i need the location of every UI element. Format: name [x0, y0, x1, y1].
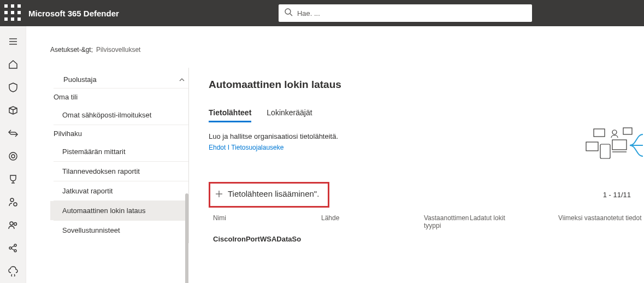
svg-rect-30	[586, 142, 598, 151]
tab-data-sources[interactable]: Tietolähteet	[209, 105, 251, 122]
add-data-source-button[interactable]: Tietolähteen lisääminen".	[209, 182, 329, 208]
cloud-sync-icon[interactable]	[2, 261, 24, 281]
scrollbar-thumb[interactable]	[185, 193, 188, 283]
trophy-icon[interactable]	[2, 169, 24, 189]
svg-point-35	[612, 130, 617, 134]
tab-log-collectors[interactable]: Lokinkerääjät	[267, 105, 312, 122]
nav-auto-log-upload[interactable]: Automaattinen lokin lataus	[50, 201, 188, 220]
svg-rect-0	[4, 4, 8, 8]
terms-link[interactable]: Ehdot	[209, 144, 226, 151]
svg-point-27	[14, 250, 16, 252]
svg-point-21	[10, 198, 14, 202]
description-text: Luo ja hallitse organisaatiosi tietoläht…	[209, 132, 644, 140]
nav-email-notifications[interactable]: Omat sähköposti-ilmoitukset	[50, 105, 188, 125]
svg-rect-36	[623, 128, 632, 134]
svg-line-10	[290, 14, 292, 16]
devices-illustration-icon	[584, 123, 644, 167]
svg-rect-8	[17, 17, 21, 21]
col-receiver-type[interactable]: Vastaanottimen tyyppi	[424, 214, 470, 229]
col-name[interactable]: Nimi	[213, 214, 321, 229]
link-sep: I	[226, 144, 231, 151]
add-data-source-label: Tietolähteen lisääminen".	[228, 189, 319, 198]
table-header: Nimi Lähde Vastaanottimen tyyppi Ladatut…	[209, 214, 644, 229]
nav-continuous-reports[interactable]: Jatkuvat raportit	[50, 181, 188, 201]
svg-line-15	[13, 108, 17, 110]
waffle-icon[interactable]	[4, 4, 22, 22]
svg-point-26	[14, 244, 16, 246]
shield-icon[interactable]	[2, 78, 24, 97]
search-icon	[284, 8, 293, 19]
svg-point-25	[9, 247, 11, 249]
legal-links: Ehdot I Tietosuojalauseke	[209, 144, 644, 151]
search-box[interactable]	[279, 4, 532, 22]
exchange-icon[interactable]	[2, 123, 24, 143]
nav-score-metrics[interactable]: Pistemäärän mittarit	[50, 142, 188, 161]
row-name: CiscoIronPortWSADataSo	[213, 235, 321, 243]
nav-group-cloud-discovery[interactable]: Pilvihaku	[50, 125, 188, 142]
person-gear-icon[interactable]	[2, 192, 24, 212]
breadcrumb-parent[interactable]: Asetukset-&gt;	[50, 46, 93, 54]
svg-point-22	[14, 203, 17, 206]
share-nodes-icon[interactable]	[2, 238, 24, 258]
svg-line-28	[11, 246, 14, 247]
col-source[interactable]: Lähde	[321, 214, 424, 229]
nav-snapshot-reports[interactable]: Tilannevedoksen raportit	[50, 162, 188, 181]
svg-rect-32	[612, 140, 627, 150]
svg-rect-34	[594, 129, 605, 137]
col-last-received[interactable]: Viimeksi vastaanotetut tiedot	[558, 214, 644, 229]
nav-defender[interactable]: Puolustaja	[50, 71, 188, 88]
col-uploaded-logs[interactable]: Ladatut lokit	[470, 214, 558, 229]
svg-point-17	[9, 152, 17, 160]
svg-rect-7	[11, 17, 14, 21]
nav-group-account[interactable]: Oma tili	[50, 89, 188, 105]
nav-app-tags[interactable]: Sovellustunnisteet	[50, 221, 188, 240]
settings-nav: Puolustaja Oma tili Omat sähköposti-ilmo…	[50, 68, 189, 243]
search-input[interactable]	[297, 9, 527, 17]
plus-icon	[215, 190, 223, 198]
svg-line-29	[11, 249, 14, 250]
breadcrumb-current: Pilvisovellukset	[96, 46, 140, 54]
package-icon[interactable]	[2, 101, 24, 120]
svg-rect-2	[17, 4, 21, 8]
home-icon[interactable]	[2, 55, 24, 74]
svg-line-14	[9, 108, 13, 110]
people-icon[interactable]	[2, 215, 24, 235]
chevron-up-icon	[179, 76, 185, 83]
nav-defender-label: Puolustaja	[63, 75, 97, 84]
svg-point-24	[14, 223, 16, 226]
nav-toggle-icon[interactable]	[2, 32, 24, 51]
table-row[interactable]: CiscoIronPortWSADataSo	[209, 235, 644, 243]
svg-point-9	[285, 9, 291, 14]
app-title: Microsoft 365 Defender	[28, 9, 119, 18]
svg-rect-5	[17, 11, 21, 14]
svg-rect-6	[4, 17, 8, 21]
svg-rect-31	[600, 144, 610, 158]
svg-rect-4	[11, 11, 14, 14]
svg-point-23	[10, 222, 13, 225]
svg-point-18	[11, 155, 15, 158]
svg-rect-3	[4, 11, 8, 14]
svg-rect-1	[11, 4, 14, 8]
privacy-link[interactable]: Tietosuojalauseke	[231, 144, 283, 151]
tabs: Tietolähteet Lokinkerääjät	[209, 105, 644, 122]
breadcrumb: Asetukset-&gt; Pilvisovellukset	[50, 46, 644, 54]
target-icon[interactable]	[2, 146, 24, 166]
page-title: Automaattinen lokin lataus	[209, 79, 644, 91]
pagination-label: 1 - 11/11	[603, 191, 631, 199]
